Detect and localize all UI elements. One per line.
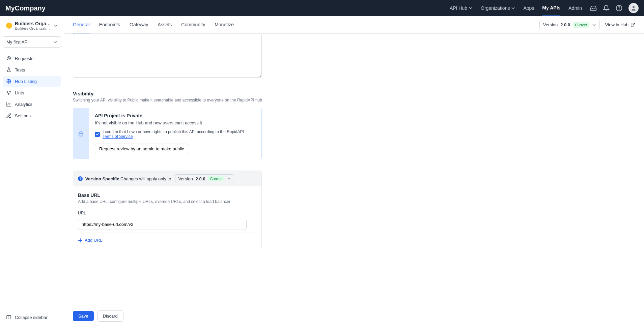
- base-url-input[interactable]: [78, 219, 247, 230]
- confirm-text: I confirm that I own or have rights to p…: [103, 129, 244, 134]
- url-label: URL: [78, 211, 257, 215]
- footer-actions: Save Discard: [64, 306, 644, 326]
- visibility-title: Visibility: [73, 91, 635, 96]
- confirm-row: I confirm that I own or have rights to p…: [95, 129, 255, 139]
- view-in-hub-link[interactable]: View in Hub: [605, 22, 635, 27]
- globe-icon: [6, 79, 11, 84]
- flask-icon: [6, 67, 11, 72]
- sidebar-item-tests[interactable]: Tests: [3, 64, 61, 75]
- divider: [78, 233, 257, 233]
- tab-assets[interactable]: Assets: [158, 16, 172, 33]
- svg-point-2: [633, 6, 635, 8]
- info-icon: i: [78, 176, 83, 181]
- sidebar-item-analytics[interactable]: Analytics: [3, 99, 61, 110]
- confirm-checkbox[interactable]: [95, 132, 100, 137]
- top-nav: MyCompany API Hub Organizations Apps My …: [0, 0, 644, 16]
- vs-version-label: Version: [178, 176, 193, 181]
- svg-rect-11: [79, 133, 83, 136]
- api-selector-label: My first API: [6, 39, 29, 45]
- tab-monetize[interactable]: Monetize: [215, 16, 234, 33]
- nav-apps[interactable]: Apps: [523, 1, 534, 15]
- content-scroll[interactable]: Visibility Switching your API visibility…: [64, 34, 644, 306]
- brand-logo: MyCompany: [5, 4, 46, 12]
- sidebar: Builders Orga… Builders Organization-D… …: [0, 16, 64, 326]
- version-specific-dropdown[interactable]: Version 2.0.0 Current: [175, 174, 234, 183]
- user-avatar[interactable]: [628, 3, 639, 13]
- current-badge: Current: [573, 22, 589, 28]
- tab-bar: General Endpoints Gateway Assets Communi…: [64, 16, 644, 34]
- org-icon: [6, 23, 12, 29]
- nav-admin[interactable]: Admin: [568, 1, 582, 15]
- tab-community[interactable]: Community: [181, 16, 205, 33]
- base-url-subtitle: Add a base URL, configure multiple URLs,…: [78, 199, 257, 204]
- svg-point-7: [10, 91, 11, 92]
- version-specific-rest: Changes will apply only to: [120, 176, 171, 181]
- nav-api-hub[interactable]: API Hub: [450, 1, 473, 15]
- check-icon: [96, 132, 99, 136]
- version-number: 2.0.0: [560, 22, 570, 27]
- target-icon: [6, 56, 11, 61]
- chevron-down-icon: [227, 177, 231, 181]
- version-specific-card: i Version Specific Changes will apply on…: [73, 171, 262, 249]
- inbox-icon[interactable]: [590, 5, 597, 11]
- sidebar-item-lints[interactable]: Lints: [3, 87, 61, 98]
- sidebar-item-label: Hub Listing: [15, 79, 37, 84]
- chart-icon: [6, 101, 11, 107]
- plus-icon: [78, 238, 83, 243]
- view-in-hub-label: View in Hub: [605, 22, 628, 27]
- save-button[interactable]: Save: [73, 311, 94, 321]
- org-name: Builders Orga…: [15, 21, 51, 26]
- version-label: Version: [543, 22, 558, 27]
- api-selector[interactable]: My first API: [3, 36, 61, 48]
- tab-gateway[interactable]: Gateway: [130, 16, 148, 33]
- base-url-title: Base URL: [78, 192, 257, 198]
- tab-endpoints[interactable]: Endpoints: [99, 16, 120, 33]
- tab-general[interactable]: General: [73, 16, 90, 33]
- bell-icon[interactable]: [603, 5, 610, 11]
- visibility-card-subtitle: It's not visible on the Hub and new user…: [95, 120, 255, 125]
- nav-organizations-label: Organizations: [481, 5, 510, 11]
- sidebar-item-label: Analytics: [15, 102, 32, 107]
- branch-icon: [6, 90, 11, 95]
- sidebar-item-label: Requests: [15, 56, 33, 61]
- sidebar-item-label: Lints: [15, 90, 24, 95]
- chevron-down-icon: [511, 6, 515, 10]
- nav-api-hub-label: API Hub: [450, 5, 467, 11]
- discard-button[interactable]: Discard: [97, 310, 123, 322]
- org-subtitle: Builders Organization-D…: [15, 26, 51, 30]
- svg-point-6: [7, 91, 8, 92]
- sidebar-item-settings[interactable]: Settings: [3, 110, 61, 121]
- user-icon: [631, 5, 637, 11]
- add-url-button[interactable]: Add URL: [78, 238, 103, 243]
- visibility-card: API Project is Private It's not visible …: [73, 108, 262, 159]
- svg-point-4: [8, 58, 9, 59]
- chevron-down-icon: [54, 24, 58, 28]
- help-icon[interactable]: [616, 5, 622, 11]
- pencil-icon: [6, 113, 11, 118]
- collapse-sidebar-label: Collapse sidebar: [15, 315, 48, 320]
- version-specific-header: i Version Specific Changes will apply on…: [73, 171, 261, 186]
- sidebar-item-hub-listing[interactable]: Hub Listing: [3, 76, 61, 87]
- collapse-sidebar-button[interactable]: Collapse sidebar: [3, 311, 61, 323]
- chevron-down-icon: [53, 40, 57, 44]
- add-url-label: Add URL: [85, 238, 103, 243]
- nav-my-apis[interactable]: My APIs: [542, 1, 560, 16]
- org-selector[interactable]: Builders Orga… Builders Organization-D…: [3, 19, 61, 32]
- version-specific-bold: Version Specific: [85, 176, 119, 181]
- main: General Endpoints Gateway Assets Communi…: [64, 16, 644, 326]
- visibility-subtitle: Switching your API visibility to Public …: [73, 98, 635, 102]
- vs-current-badge: Current: [208, 176, 225, 181]
- sidebar-item-label: Settings: [15, 113, 31, 118]
- visibility-card-title: API Project is Private: [95, 113, 255, 118]
- terms-of-service-link[interactable]: Terms of Service: [103, 134, 133, 139]
- nav-organizations[interactable]: Organizations: [481, 1, 515, 15]
- side-nav: Requests Tests Hub Listing Lints Analyti…: [3, 53, 61, 121]
- lock-icon: [78, 130, 84, 137]
- description-textarea[interactable]: [73, 34, 262, 78]
- svg-point-1: [619, 9, 619, 10]
- sidebar-item-requests[interactable]: Requests: [3, 53, 61, 64]
- version-dropdown[interactable]: Version 2.0.0 Current: [539, 20, 600, 30]
- svg-rect-9: [7, 316, 11, 319]
- request-review-button[interactable]: Request review by an admin to make publi…: [95, 144, 188, 154]
- svg-point-3: [7, 57, 11, 60]
